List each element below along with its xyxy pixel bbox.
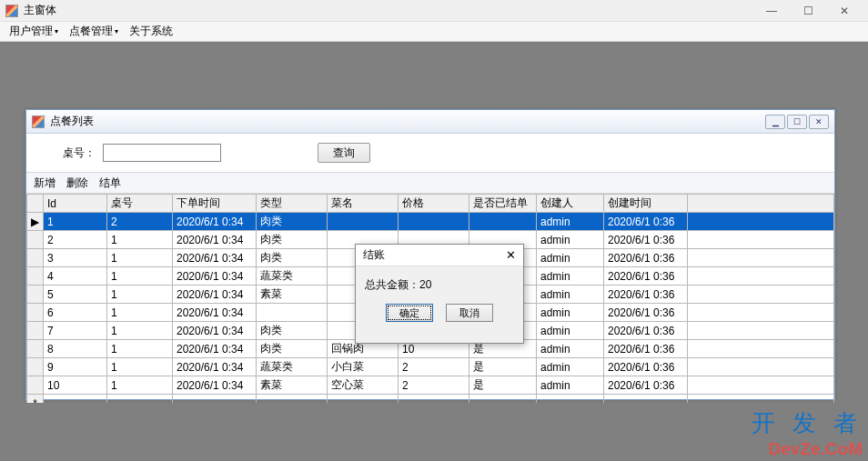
cell[interactable]: 2020/6/1 0:36 xyxy=(604,340,688,358)
cell[interactable] xyxy=(688,267,834,286)
cell[interactable]: admin xyxy=(537,231,604,249)
cell[interactable]: 1 xyxy=(107,286,173,304)
cell[interactable]: admin xyxy=(537,376,604,395)
col-dishname[interactable]: 菜名 xyxy=(328,195,399,213)
cell[interactable] xyxy=(604,395,688,404)
cell[interactable]: 2020/6/1 0:34 xyxy=(173,213,257,231)
table-no-input[interactable] xyxy=(103,144,221,162)
cell[interactable]: admin xyxy=(537,286,604,304)
table-row[interactable]: 912020/6/1 0:34蔬菜类小白菜2是admin2020/6/1 0:3… xyxy=(27,358,834,376)
dialog-close-icon[interactable]: ✕ xyxy=(506,248,516,262)
cell[interactable] xyxy=(328,395,399,404)
col-creator[interactable]: 创建人 xyxy=(537,195,604,213)
cell[interactable]: 2020/6/1 0:34 xyxy=(173,286,257,304)
cell[interactable]: 2020/6/1 0:36 xyxy=(604,267,688,286)
cell[interactable] xyxy=(399,213,469,231)
cell[interactable]: 蔬菜类 xyxy=(257,267,328,286)
cell[interactable]: 1 xyxy=(107,249,173,267)
cell[interactable] xyxy=(469,395,537,404)
cell[interactable]: 1 xyxy=(107,322,173,340)
child-close-button[interactable]: ✕ xyxy=(809,115,829,129)
cell[interactable]: 2 xyxy=(399,376,469,395)
cell[interactable]: 2020/6/1 0:36 xyxy=(604,322,688,340)
menu-order-mgmt[interactable]: 点餐管理 ▾ xyxy=(66,22,122,41)
cell[interactable]: admin xyxy=(537,358,604,376)
table-row[interactable]: * xyxy=(27,395,834,404)
cell[interactable] xyxy=(328,213,399,231)
table-row[interactable]: ▶122020/6/1 0:34肉类admin2020/6/1 0:36 xyxy=(27,213,834,231)
cell[interactable]: 4 xyxy=(44,267,107,286)
cell[interactable]: 6 xyxy=(44,304,107,322)
dialog-cancel-button[interactable]: 取消 xyxy=(446,304,493,322)
cell[interactable]: admin xyxy=(537,322,604,340)
cell[interactable] xyxy=(173,395,257,404)
cell[interactable] xyxy=(688,213,834,231)
cell[interactable]: admin xyxy=(537,213,604,231)
cell[interactable]: 是 xyxy=(469,358,537,376)
cell[interactable]: 1 xyxy=(107,340,173,358)
cell[interactable]: 2020/6/1 0:36 xyxy=(604,249,688,267)
cell[interactable]: 空心菜 xyxy=(328,376,399,395)
cell[interactable]: 小白菜 xyxy=(328,358,399,376)
cell[interactable]: admin xyxy=(537,249,604,267)
minimize-button[interactable]: — xyxy=(753,0,790,22)
cell[interactable] xyxy=(537,395,604,404)
menu-about[interactable]: 关于系统 xyxy=(126,22,177,41)
cell[interactable]: 2020/6/1 0:34 xyxy=(173,267,257,286)
cell[interactable] xyxy=(688,304,834,322)
child-minimize-button[interactable]: ▁ xyxy=(765,115,785,129)
cell[interactable]: 2020/6/1 0:36 xyxy=(604,358,688,376)
cell[interactable] xyxy=(107,395,173,404)
cell[interactable]: 5 xyxy=(44,286,107,304)
cell[interactable]: 1 xyxy=(107,267,173,286)
dialog-titlebar[interactable]: 结账 ✕ xyxy=(356,245,523,266)
table-row[interactable]: 1012020/6/1 0:34素菜空心菜2是admin2020/6/1 0:3… xyxy=(27,376,834,395)
cell[interactable]: 2020/6/1 0:36 xyxy=(604,376,688,395)
delete-button[interactable]: 删除 xyxy=(66,175,88,191)
cell[interactable]: 2020/6/1 0:34 xyxy=(173,249,257,267)
close-button[interactable]: ✕ xyxy=(826,0,863,22)
query-button[interactable]: 查询 xyxy=(318,143,370,163)
cell[interactable]: 是 xyxy=(469,376,537,395)
cell[interactable] xyxy=(688,322,834,340)
cell[interactable]: 2 xyxy=(107,213,173,231)
cell[interactable]: 肉类 xyxy=(257,231,328,249)
cell[interactable] xyxy=(688,286,834,304)
child-maximize-button[interactable]: ☐ xyxy=(787,115,807,129)
cell[interactable] xyxy=(688,395,834,404)
dialog-ok-button[interactable]: 确定 xyxy=(386,304,433,322)
cell[interactable] xyxy=(399,395,469,404)
cell[interactable]: admin xyxy=(537,267,604,286)
cell[interactable]: 2020/6/1 0:34 xyxy=(173,340,257,358)
settle-button[interactable]: 结单 xyxy=(99,175,121,191)
child-titlebar[interactable]: 点餐列表 ▁ ☐ ✕ xyxy=(26,110,834,134)
cell[interactable]: 2 xyxy=(399,358,469,376)
col-settled[interactable]: 是否已结单 xyxy=(469,195,537,213)
cell[interactable]: 8 xyxy=(44,340,107,358)
cell[interactable]: admin xyxy=(537,304,604,322)
col-type[interactable]: 类型 xyxy=(257,195,328,213)
cell[interactable]: 1 xyxy=(107,358,173,376)
cell[interactable]: 蔬菜类 xyxy=(257,358,328,376)
cell[interactable] xyxy=(44,395,107,404)
col-tableno[interactable]: 桌号 xyxy=(107,195,173,213)
cell[interactable] xyxy=(257,304,328,322)
cell[interactable] xyxy=(469,213,537,231)
cell[interactable]: 2020/6/1 0:34 xyxy=(173,304,257,322)
cell[interactable] xyxy=(688,376,834,395)
cell[interactable] xyxy=(257,395,328,404)
cell[interactable]: 10 xyxy=(44,376,107,395)
cell[interactable]: 3 xyxy=(44,249,107,267)
cell[interactable]: 2020/6/1 0:34 xyxy=(173,322,257,340)
cell[interactable]: 2020/6/1 0:34 xyxy=(173,376,257,395)
cell[interactable]: 2 xyxy=(44,231,107,249)
cell[interactable]: 1 xyxy=(107,304,173,322)
cell[interactable]: 肉类 xyxy=(257,340,328,358)
cell[interactable]: 2020/6/1 0:36 xyxy=(604,213,688,231)
menu-user-mgmt[interactable]: 用户管理 ▾ xyxy=(5,22,62,41)
cell[interactable] xyxy=(688,340,834,358)
cell[interactable]: admin xyxy=(537,340,604,358)
cell[interactable]: 肉类 xyxy=(257,213,328,231)
cell[interactable]: 2020/6/1 0:36 xyxy=(604,286,688,304)
col-ordertime[interactable]: 下单时间 xyxy=(173,195,257,213)
